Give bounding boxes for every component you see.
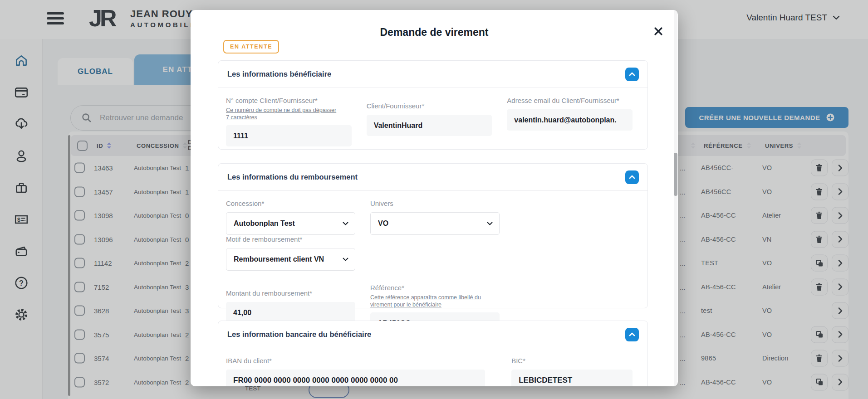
section-bank-title: Les information bancaire du bénéficiaire [227, 330, 371, 339]
motif-select[interactable]: Remboursement client VN [226, 248, 355, 271]
section-beneficiary-info: Les informations bénéficiaire N° compte … [218, 60, 648, 150]
collapse-section-bank-button[interactable] [625, 328, 639, 341]
section-refund-info: Les informations du remboursement Conces… [218, 163, 648, 308]
field-univers: Univers VO [370, 199, 500, 235]
field-bic: BIC* LEBICDETEST [511, 356, 633, 386]
field-iban: IBAN du client* FR00 0000 0000 0000 0000… [226, 356, 485, 386]
montant-label: Montant du remboursement* [226, 289, 355, 298]
collapse-section-refund-button[interactable] [625, 170, 639, 184]
motif-label: Motif de remboursement* [226, 235, 355, 244]
modal-scrollbar-thumb[interactable] [674, 153, 677, 196]
client-label: Client/Fournisseur* [367, 102, 492, 111]
chevron-down-icon [487, 222, 493, 225]
close-icon[interactable] [653, 26, 663, 36]
account-number-input[interactable]: 1111 [226, 125, 352, 146]
section-beneficiary-title: Les informations bénéficiaire [227, 70, 331, 78]
account-number-label: N° compte Client/Fournisseur* [226, 96, 352, 105]
motif-value: Remboursement client VN [234, 255, 324, 263]
account-number-hint: Ce numéro de compte ne doit pas dépasser… [226, 107, 339, 121]
chevron-up-icon [629, 332, 635, 336]
field-client-email: Adresse email du Client/Fournisseur* val… [507, 96, 633, 131]
modal-scrollbar-track[interactable] [674, 10, 677, 386]
transfer-request-modal: Demande de virement EN ATTENTE Les infor… [191, 10, 678, 386]
reference-label: Référence* [370, 283, 500, 292]
status-badge: EN ATTENTE [223, 40, 279, 54]
montant-input[interactable]: 41,00 [226, 302, 355, 323]
concession-value: Autobonplan Test [234, 219, 295, 228]
concession-select[interactable]: Autobonplan Test [226, 212, 355, 235]
chevron-up-icon [629, 72, 635, 76]
modal-title: Demande de virement [191, 26, 678, 39]
chevron-up-icon [629, 175, 635, 179]
field-montant: Montant du remboursement* 41,00 [226, 289, 355, 323]
iban-input[interactable]: FR00 0000 0000 0000 0000 0000 0000 0000 … [226, 370, 485, 386]
collapse-section-beneficiary-button[interactable] [625, 68, 639, 81]
concession-label: Concession* [226, 199, 355, 208]
bic-input[interactable]: LEBICDETEST [511, 370, 633, 386]
iban-label: IBAN du client* [226, 356, 485, 365]
univers-label: Univers [370, 199, 500, 208]
field-concession: Concession* Autobonplan Test [226, 199, 355, 235]
client-email-label: Adresse email du Client/Fournisseur* [507, 96, 633, 105]
field-account-number: N° compte Client/Fournisseur* Ce numéro … [226, 96, 352, 146]
client-email-input[interactable]: valentin.huard@autobonplan. [507, 109, 633, 131]
bic-label: BIC* [511, 356, 633, 365]
section-bank-info: Les information bancaire du bénéficiaire… [218, 321, 648, 386]
client-input[interactable]: ValentinHuard [367, 115, 492, 136]
reference-hint: Cette référence apparaîtra comme libellé… [370, 294, 484, 308]
univers-value: VO [378, 219, 388, 228]
app-page: JR JEAN ROUYER AUTOMOBILES Valentin Huar… [0, 0, 868, 399]
section-refund-title: Les informations du remboursement [227, 173, 358, 181]
chevron-down-icon [343, 222, 348, 225]
field-motif: Motif de remboursement* Remboursement cl… [226, 235, 355, 271]
univers-select[interactable]: VO [370, 212, 500, 235]
field-client: Client/Fournisseur* ValentinHuard [367, 102, 492, 136]
chevron-down-icon [343, 258, 348, 261]
